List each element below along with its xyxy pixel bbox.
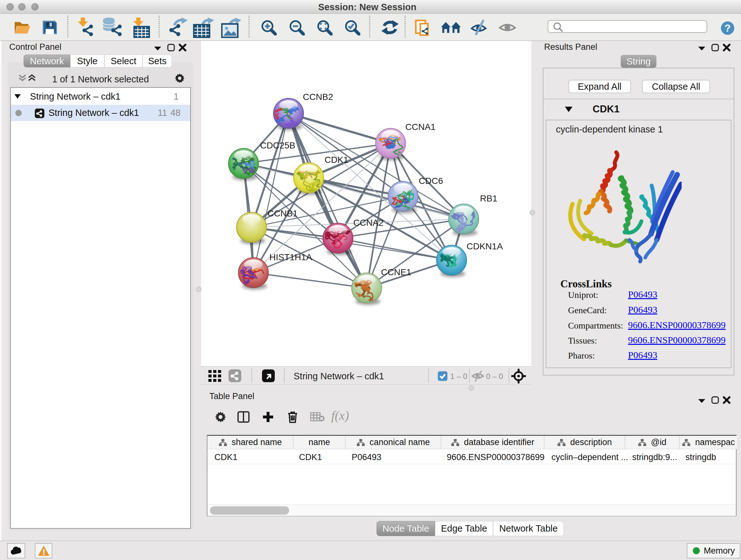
svg-text:HIST1H1A: HIST1H1A <box>269 252 312 262</box>
svg-text:CCNE1: CCNE1 <box>381 267 411 277</box>
svg-text:CCNA1: CCNA1 <box>405 122 435 132</box>
svg-text:CCNB2: CCNB2 <box>303 92 333 102</box>
svg-text:CCNA2: CCNA2 <box>353 218 384 228</box>
svg-text:CCNB1: CCNB1 <box>267 208 298 219</box>
svg-text:CDC6: CDC6 <box>419 176 443 186</box>
svg-text:RB1: RB1 <box>480 193 497 203</box>
svg-text:CDC25B: CDC25B <box>260 140 295 150</box>
svg-text:CDK1: CDK1 <box>325 155 348 165</box>
svg-text:CDKN1A: CDKN1A <box>467 241 503 251</box>
